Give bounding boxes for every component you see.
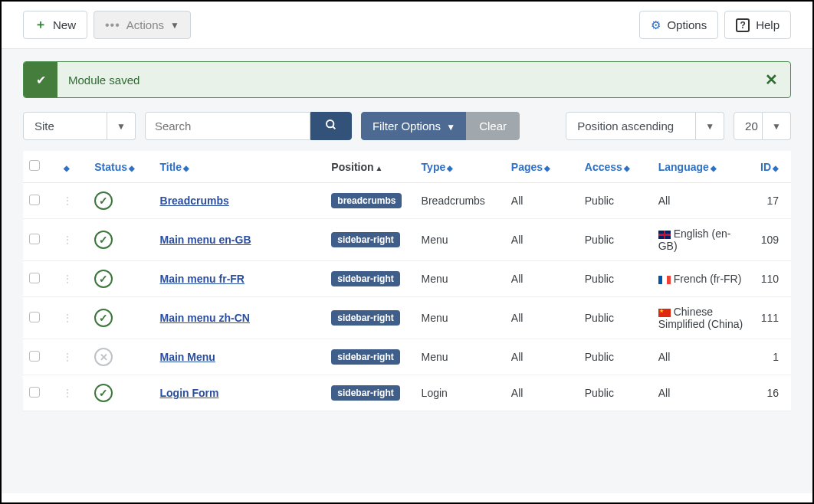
id-cell: 17 — [750, 183, 791, 219]
sort-select[interactable]: Position ascending ▼ — [566, 112, 724, 140]
status-published-icon[interactable]: ✓ — [94, 231, 113, 249]
alert-message: Module saved — [57, 74, 753, 87]
id-cell: 111 — [750, 297, 791, 339]
search-input[interactable] — [145, 112, 310, 140]
language-header[interactable]: Language◆ — [652, 151, 750, 183]
table-row: ⋮✓Main menu en-GBsidebar-rightMenuAllPub… — [23, 219, 791, 261]
help-label: Help — [756, 18, 780, 31]
position-badge: sidebar-right — [331, 232, 399, 247]
module-title-link[interactable]: Breadcrumbs — [160, 195, 229, 207]
access-cell: Public — [579, 375, 652, 411]
id-cell: 109 — [750, 219, 791, 261]
question-icon: ? — [736, 18, 750, 32]
actions-button[interactable]: ••• Actions ▼ — [94, 11, 191, 39]
table-row: ⋮✓Login Formsidebar-rightLoginAllPublicA… — [23, 375, 791, 411]
id-cell: 16 — [750, 375, 791, 411]
module-title-link[interactable]: Main menu fr-FR — [160, 273, 245, 285]
type-header[interactable]: Type◆ — [415, 151, 505, 183]
gear-icon: ⚙ — [651, 18, 661, 32]
chevron-down-icon: ▼ — [170, 20, 179, 31]
drag-handle-icon[interactable]: ⋮ — [62, 312, 73, 324]
access-cell: Public — [579, 297, 652, 339]
options-label: Options — [667, 18, 707, 31]
drag-handle-icon[interactable]: ⋮ — [62, 273, 73, 285]
alert-success: ✔ Module saved ✕ — [23, 61, 791, 98]
options-button[interactable]: ⚙ Options — [639, 11, 718, 39]
actions-label: Actions — [126, 18, 164, 31]
sort-icon: ◆ — [447, 164, 453, 172]
status-published-icon[interactable]: ✓ — [94, 309, 113, 327]
search-icon — [325, 119, 337, 134]
type-cell: Menu — [415, 339, 505, 375]
close-icon[interactable]: ✕ — [753, 70, 790, 89]
language-cell: English (en-GB) — [652, 219, 750, 261]
check-circle-icon: ✔ — [24, 62, 57, 97]
pages-cell: All — [505, 297, 579, 339]
language-cell: All — [652, 375, 750, 411]
type-cell: Menu — [415, 219, 505, 261]
status-published-icon[interactable]: ✓ — [94, 270, 113, 288]
id-header[interactable]: ID◆ — [750, 151, 791, 183]
drag-handle-icon[interactable]: ⋮ — [62, 387, 73, 399]
checkbox-row[interactable] — [29, 351, 40, 362]
table-row: ⋮✓BreadcrumbsbreadcrumbsBreadcrumbsAllPu… — [23, 183, 791, 219]
module-title-link[interactable]: Main menu en-GB — [160, 234, 251, 246]
help-button[interactable]: ? Help — [724, 11, 791, 39]
pages-cell: All — [505, 183, 579, 219]
filter-options-button[interactable]: Filter Options ▼ — [361, 112, 467, 140]
checkbox-row[interactable] — [29, 234, 40, 244]
pages-cell: All — [505, 219, 579, 261]
module-title-link[interactable]: Login Form — [160, 387, 219, 399]
status-unpublished-icon[interactable]: ✕ — [94, 348, 113, 366]
drag-handle-icon[interactable]: ⋮ — [62, 195, 73, 207]
sort-icon: ◆ — [64, 164, 70, 172]
language-cell: All — [652, 183, 750, 219]
module-title-link[interactable]: Main Menu — [160, 351, 215, 363]
title-header[interactable]: Title◆ — [154, 151, 326, 183]
sort-icon: ◆ — [773, 164, 779, 172]
position-badge: sidebar-right — [331, 349, 399, 365]
checkbox-all[interactable] — [29, 160, 40, 171]
access-cell: Public — [579, 339, 652, 375]
flag-icon — [658, 231, 671, 239]
drag-handle-icon[interactable]: ⋮ — [62, 234, 73, 246]
table-row: ⋮✓Main menu zh-CNsidebar-rightMenuAllPub… — [23, 297, 791, 339]
checkbox-row[interactable] — [29, 273, 40, 283]
checkbox-row[interactable] — [29, 387, 40, 398]
pages-cell: All — [505, 261, 579, 297]
sort-icon: ◆ — [183, 164, 189, 172]
limit-select[interactable]: 20 ▼ — [734, 112, 791, 140]
site-select-value: Site — [23, 112, 107, 140]
filter-bar: Site ▼ Filter Options ▼ Clear Position a… — [23, 112, 791, 140]
chevron-down-icon: ▼ — [763, 112, 791, 140]
access-cell: Public — [579, 219, 652, 261]
position-badge: sidebar-right — [331, 385, 399, 401]
type-cell: Menu — [415, 297, 505, 339]
chevron-down-icon: ▼ — [696, 112, 724, 140]
filter-options-label: Filter Options — [373, 119, 441, 133]
status-header[interactable]: Status◆ — [88, 151, 153, 183]
modules-table: ◆ Status◆ Title◆ Position▲ Type◆ Pages◆ … — [23, 151, 791, 411]
dots-icon: ••• — [105, 18, 120, 32]
sort-select-value: Position ascending — [566, 112, 696, 140]
language-cell: All — [652, 339, 750, 375]
status-published-icon[interactable]: ✓ — [94, 384, 113, 402]
checkbox-row[interactable] — [29, 312, 40, 322]
drag-handle-icon[interactable]: ⋮ — [62, 351, 73, 363]
position-header[interactable]: Position▲ — [325, 151, 415, 183]
new-label: New — [53, 18, 76, 31]
search-button[interactable] — [310, 112, 352, 140]
language-cell: French (fr-FR) — [652, 261, 750, 297]
new-button[interactable]: ＋ New — [23, 11, 87, 39]
table-row: ⋮✕Main Menusidebar-rightMenuAllPublicAll… — [23, 339, 791, 375]
language-cell: Chinese Simplified (China) — [652, 297, 750, 339]
site-select[interactable]: Site ▼ — [23, 112, 136, 140]
access-header[interactable]: Access◆ — [579, 151, 652, 183]
clear-button[interactable]: Clear — [466, 112, 520, 140]
sort-order-header[interactable]: ◆ — [56, 151, 89, 183]
table-row: ⋮✓Main menu fr-FRsidebar-rightMenuAllPub… — [23, 261, 791, 297]
checkbox-row[interactable] — [29, 195, 40, 205]
module-title-link[interactable]: Main menu zh-CN — [160, 312, 250, 324]
pages-header[interactable]: Pages◆ — [505, 151, 579, 183]
status-published-icon[interactable]: ✓ — [94, 191, 113, 210]
